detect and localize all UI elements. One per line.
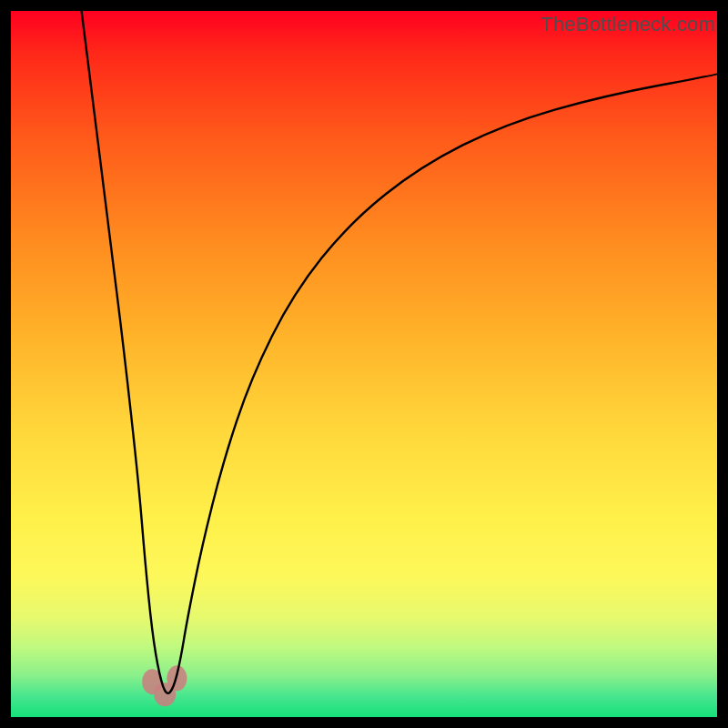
chart-frame: TheBottleneck.com (0, 0, 728, 728)
plot-gradient-background (11, 11, 717, 717)
watermark-text: TheBottleneck.com (541, 13, 715, 36)
